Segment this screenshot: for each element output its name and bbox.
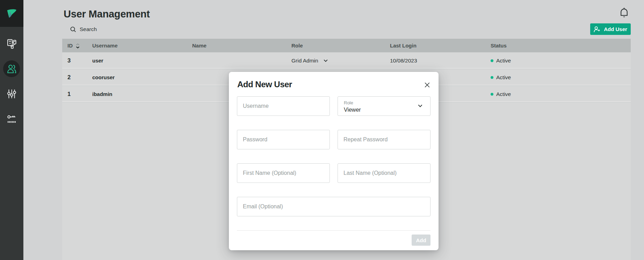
users-icon	[7, 64, 16, 73]
add-user-icon	[594, 26, 600, 32]
status-label: Active	[496, 74, 511, 81]
table-row[interactable]: 3 user Grid Admin 10/08/2023 Active	[62, 52, 631, 69]
role-select-label: Role	[344, 100, 425, 105]
sliders-icon	[7, 89, 16, 99]
status-badge: Active	[491, 91, 631, 97]
cell-status: Active	[489, 74, 631, 81]
chevron-down-icon	[324, 59, 328, 62]
app-logo[interactable]	[0, 0, 23, 27]
sidebar-item-credentials[interactable]	[3, 111, 20, 127]
sidebar-item-settings[interactable]	[3, 86, 20, 102]
column-last-login: Last Login	[390, 43, 489, 49]
status-dot-icon	[491, 93, 493, 96]
page-title: User Management	[64, 8, 150, 20]
cell-id: 3	[62, 57, 87, 64]
search-placeholder: Search	[80, 26, 97, 32]
role-value: Grid Admin	[291, 58, 318, 64]
close-icon	[425, 82, 430, 88]
first-name-field-box	[237, 163, 330, 183]
status-dot-icon	[491, 76, 493, 79]
add-user-label: Add User	[604, 26, 627, 32]
cell-username: user	[87, 58, 192, 64]
key-icon	[7, 115, 16, 123]
add-user-button[interactable]: Add User	[590, 23, 631, 35]
repeat-password-field-box	[338, 130, 430, 149]
status-badge: Active	[491, 58, 631, 64]
last-name-field-box	[338, 163, 430, 183]
bell-icon	[620, 7, 629, 18]
modal-close-button[interactable]	[423, 81, 431, 89]
form-row: Role Viewer	[237, 96, 430, 116]
status-badge: Active	[491, 74, 631, 81]
table-header: ID Username Name Role Last Login Status	[62, 39, 631, 52]
username-input[interactable]	[237, 97, 330, 116]
sidebar-item-grid[interactable]	[3, 35, 20, 52]
column-name: Name	[192, 43, 291, 49]
repeat-password-input[interactable]	[338, 130, 430, 149]
sort-icon[interactable]	[76, 43, 80, 49]
first-name-input[interactable]	[237, 164, 330, 183]
role-select-value: Viewer	[344, 107, 425, 113]
status-label: Active	[496, 91, 511, 97]
column-username: Username	[87, 43, 192, 49]
sidebar-item-users[interactable]	[3, 60, 20, 77]
notifications-button[interactable]	[620, 7, 629, 18]
sidebar-nav	[0, 27, 23, 127]
role-dropdown[interactable]: Grid Admin	[291, 58, 390, 64]
role-select[interactable]: Role Viewer	[338, 96, 430, 116]
column-status: Status	[489, 43, 631, 49]
cell-last-login: 10/08/2023	[390, 58, 489, 64]
topology-icon	[7, 38, 17, 49]
search-row: Search Add User	[62, 21, 631, 38]
column-id: ID	[67, 43, 73, 49]
password-input[interactable]	[237, 130, 330, 149]
email-input[interactable]	[237, 197, 430, 216]
form-row	[237, 163, 430, 183]
cell-status: Active	[489, 91, 631, 97]
username-field-box	[237, 96, 330, 116]
cell-id: 1	[62, 91, 87, 97]
status-dot-icon	[491, 59, 493, 62]
cell-id: 2	[62, 74, 87, 81]
sidebar	[0, 0, 23, 260]
cell-username: cooruser	[87, 74, 192, 80]
column-id-header: ID	[62, 43, 87, 49]
modal-add-button[interactable]: Add	[412, 235, 430, 246]
modal-title: Add New User	[237, 80, 430, 89]
email-field-box	[237, 197, 430, 216]
search-icon	[70, 27, 76, 32]
form-row	[237, 197, 430, 216]
password-field-box	[237, 130, 330, 149]
cell-username: ibadmin	[87, 91, 192, 97]
logo-icon	[7, 9, 16, 18]
cell-status: Active	[489, 58, 631, 64]
status-label: Active	[496, 58, 511, 64]
cell-role: Grid Admin	[291, 58, 390, 64]
add-new-user-modal: Add New User Role Viewer	[229, 72, 439, 250]
modal-divider	[237, 230, 430, 231]
column-role: Role	[291, 43, 390, 49]
add-user-form: Role Viewer	[237, 96, 430, 230]
last-name-input[interactable]	[338, 164, 430, 183]
chevron-down-icon	[418, 104, 422, 107]
form-row	[237, 130, 430, 149]
search-input[interactable]: Search	[70, 26, 97, 32]
